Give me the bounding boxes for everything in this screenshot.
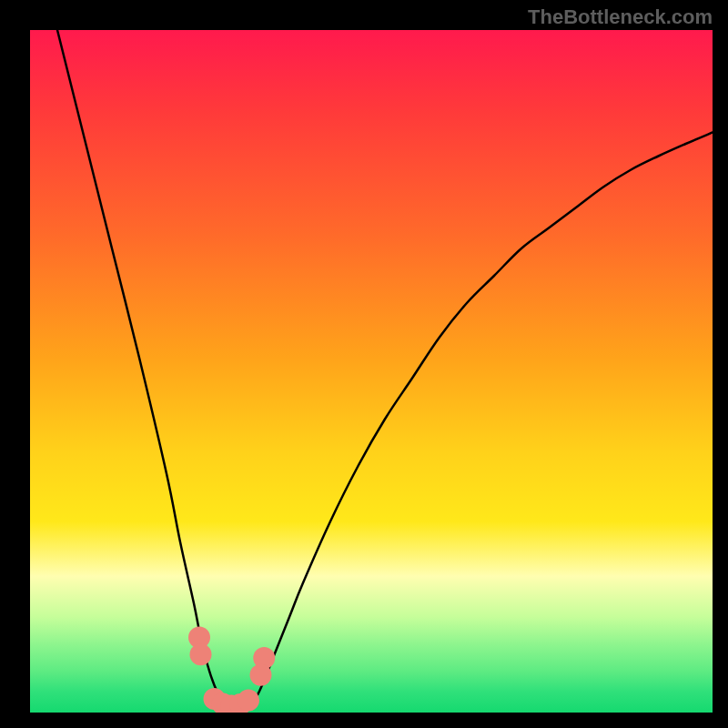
marker-valley-dot — [238, 690, 259, 712]
chart-svg — [30, 30, 713, 713]
marker-right-upper-pair — [250, 664, 272, 686]
marker-left-upper-pair — [190, 643, 212, 665]
watermark-text: TheBottleneck.com — [528, 5, 713, 29]
bottleneck-curve — [57, 30, 713, 710]
plot-area — [30, 30, 713, 713]
chart-frame: TheBottleneck.com — [0, 0, 728, 728]
